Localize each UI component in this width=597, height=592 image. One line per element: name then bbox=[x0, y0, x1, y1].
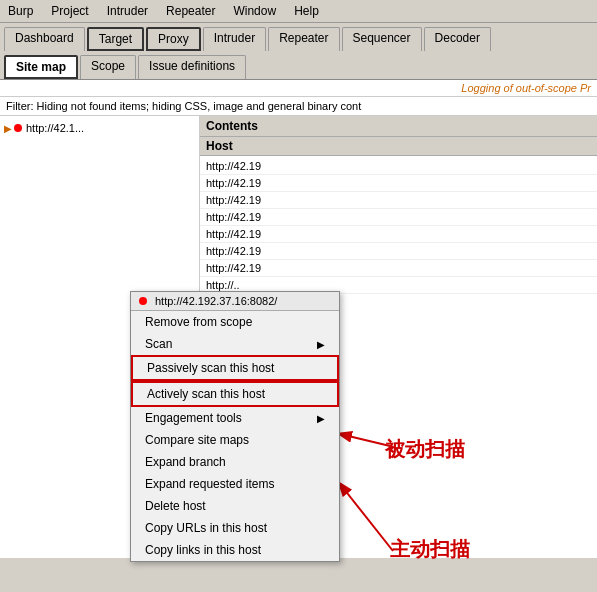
host-item-2: http://42.19 bbox=[200, 175, 597, 192]
tab-dashboard[interactable]: Dashboard bbox=[4, 27, 85, 51]
red-dot-icon bbox=[14, 124, 22, 132]
ctx-scan[interactable]: Scan bbox=[131, 333, 339, 355]
annotation-active: 主动扫描 bbox=[390, 536, 470, 563]
tab-sequencer[interactable]: Sequencer bbox=[342, 27, 422, 51]
menu-repeater[interactable]: Repeater bbox=[162, 2, 219, 20]
host-item-5: http://42.19 bbox=[200, 226, 597, 243]
menu-project[interactable]: Project bbox=[47, 2, 92, 20]
ctx-compare-site-maps[interactable]: Compare site maps bbox=[131, 429, 339, 451]
ctx-red-dot bbox=[139, 297, 147, 305]
host-item-7: http://42.19 bbox=[200, 260, 597, 277]
tab-bar-second: Site map Scope Issue definitions bbox=[0, 51, 597, 80]
tab-sitemap[interactable]: Site map bbox=[4, 55, 78, 79]
host-item-6: http://42.19 bbox=[200, 243, 597, 260]
logging-bar: Logging of out-of-scope Pr bbox=[0, 80, 597, 97]
tab-repeater[interactable]: Repeater bbox=[268, 27, 339, 51]
menu-help[interactable]: Help bbox=[290, 2, 323, 20]
right-content: http://42.19 http://42.19 http://42.19 h… bbox=[200, 156, 597, 296]
ctx-expand-branch[interactable]: Expand branch bbox=[131, 451, 339, 473]
ctx-copy-links[interactable]: Copy links in this host bbox=[131, 539, 339, 561]
host-item-4: http://42.19 bbox=[200, 209, 597, 226]
ctx-delete-host[interactable]: Delete host bbox=[131, 495, 339, 517]
ctx-passively-scan[interactable]: Passively scan this host bbox=[131, 355, 339, 381]
tree-item[interactable]: ▶ http://42.1... bbox=[0, 120, 199, 136]
context-menu: http://42.192.37.16:8082/ Remove from sc… bbox=[130, 291, 340, 562]
host-item-1: http://42.19 bbox=[200, 158, 597, 175]
right-header: Contents bbox=[200, 116, 597, 137]
ctx-engagement-tools[interactable]: Engagement tools bbox=[131, 407, 339, 429]
ctx-expand-requested[interactable]: Expand requested items bbox=[131, 473, 339, 495]
context-menu-header: http://42.192.37.16:8082/ bbox=[131, 292, 339, 311]
ctx-actively-scan[interactable]: Actively scan this host bbox=[131, 381, 339, 407]
main-area: ▶ http://42.1... Contents Host http://42… bbox=[0, 116, 597, 558]
tab-proxy[interactable]: Proxy bbox=[146, 27, 201, 51]
tab-scope[interactable]: Scope bbox=[80, 55, 136, 79]
menu-bar: Burp Project Intruder Repeater Window He… bbox=[0, 0, 597, 23]
tab-decoder[interactable]: Decoder bbox=[424, 27, 491, 51]
tab-bar-top: Dashboard Target Proxy Intruder Repeater… bbox=[0, 23, 597, 51]
host-item-3: http://42.19 bbox=[200, 192, 597, 209]
filter-bar: Filter: Hiding not found items; hiding C… bbox=[0, 97, 597, 116]
menu-window[interactable]: Window bbox=[229, 2, 280, 20]
right-col-header: Host bbox=[200, 137, 597, 156]
ctx-header-url: http://42.192.37.16:8082/ bbox=[155, 295, 277, 307]
menu-burp[interactable]: Burp bbox=[4, 2, 37, 20]
tab-intruder[interactable]: Intruder bbox=[203, 27, 266, 51]
tree-arrow-icon: ▶ bbox=[4, 123, 12, 134]
tree-url-label: http://42.1... bbox=[26, 122, 84, 134]
annotation-passive: 被动扫描 bbox=[385, 436, 465, 463]
tab-target[interactable]: Target bbox=[87, 27, 144, 51]
menu-intruder[interactable]: Intruder bbox=[103, 2, 152, 20]
ctx-copy-urls[interactable]: Copy URLs in this host bbox=[131, 517, 339, 539]
tab-issue-definitions[interactable]: Issue definitions bbox=[138, 55, 246, 79]
ctx-remove-from-scope[interactable]: Remove from scope bbox=[131, 311, 339, 333]
